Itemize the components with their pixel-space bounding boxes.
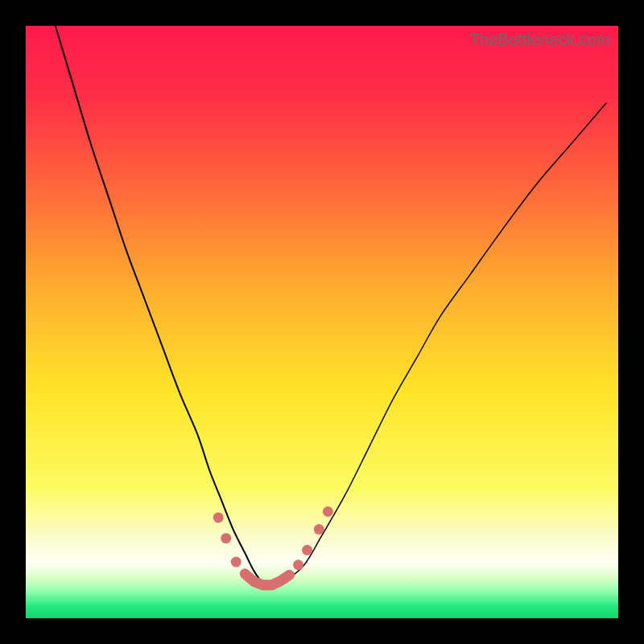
plot-area: TheBottleneck.com <box>26 26 618 618</box>
chart-svg <box>26 26 618 618</box>
svg-point-1 <box>221 533 231 543</box>
svg-point-6 <box>323 506 333 517</box>
svg-point-0 <box>213 512 224 522</box>
svg-point-5 <box>314 524 324 535</box>
svg-point-2 <box>231 557 242 568</box>
chart-frame: TheBottleneck.com <box>0 0 644 644</box>
watermark-label: TheBottleneck.com <box>469 31 610 49</box>
svg-point-4 <box>302 545 312 555</box>
svg-point-3 <box>293 559 303 570</box>
